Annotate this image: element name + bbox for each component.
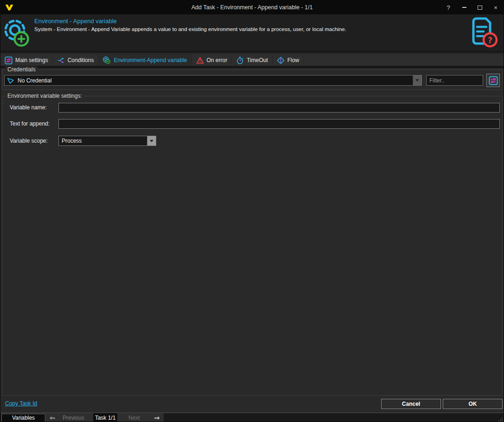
sliders-icon <box>489 76 498 85</box>
help-button[interactable]: ? <box>440 0 456 14</box>
close-icon: × <box>494 4 498 11</box>
gear-plus-task-icon <box>2 16 32 50</box>
resize-grip[interactable] <box>498 417 503 422</box>
credential-dropdown-button[interactable] <box>413 76 421 85</box>
tab-flow[interactable]: Flow <box>273 55 304 66</box>
credential-filter-input[interactable] <box>426 75 483 86</box>
status-bar: Variables ⇐ Previous Task 1/1 Next ⇒ <box>0 412 504 422</box>
gear-plus-icon <box>102 56 111 64</box>
variable-scope-value: Process <box>59 138 147 144</box>
title-bar: Add Task - Environment - Append variable… <box>0 0 504 14</box>
next-task-arrow-icon[interactable]: ⇒ <box>154 413 160 422</box>
task-counter: Task 1/1 <box>93 413 117 422</box>
text-for-append-label: Text for append: <box>10 120 50 127</box>
stopwatch-icon <box>236 57 244 64</box>
variable-name-label: Variable name: <box>10 104 47 111</box>
credential-select[interactable]: No Credential <box>4 75 422 86</box>
task-header: Environment - Append variable System - E… <box>0 14 504 53</box>
chevron-down-icon <box>415 79 419 82</box>
tab-label: On error <box>207 57 228 63</box>
help-document-icon[interactable]: ? <box>470 17 498 49</box>
tab-label: Flow <box>287 57 299 63</box>
variables-tab-button[interactable]: Variables <box>1 414 45 422</box>
text-for-append-input[interactable] <box>58 119 500 129</box>
branch-icon <box>57 57 65 64</box>
flow-diamond-icon <box>277 57 285 64</box>
credential-settings-button[interactable] <box>486 74 500 87</box>
previous-task-button[interactable]: Previous <box>63 413 84 422</box>
copy-task-id-link[interactable]: Copy Task Id <box>5 400 37 407</box>
selected-credential: No Credential <box>18 77 413 84</box>
close-button[interactable]: × <box>488 0 504 14</box>
tab-label: Conditions <box>68 57 94 63</box>
tab-on-error[interactable]: On error <box>192 55 232 66</box>
task-description: System - Environment - Append Variable a… <box>34 26 346 32</box>
warning-icon <box>196 57 204 64</box>
tab-label: Main settings <box>15 57 48 63</box>
tab-bar: Main settings Conditions Environment-App… <box>0 55 504 68</box>
minimize-icon <box>462 7 466 8</box>
tab-timeout[interactable]: TimeOut <box>232 55 273 66</box>
help-icon: ? <box>447 4 450 11</box>
tab-main-settings[interactable]: Main settings <box>0 55 53 66</box>
previous-task-arrow-icon[interactable]: ⇐ <box>50 413 56 422</box>
tab-label: TimeOut <box>247 57 268 63</box>
tab-label: Environment-Append variable <box>114 57 187 63</box>
tab-environment-append-variable[interactable]: Environment-Append variable <box>98 55 191 66</box>
svg-text:?: ? <box>488 35 492 45</box>
maximize-icon <box>478 6 482 10</box>
sliders-icon <box>5 57 13 64</box>
credentials-group-label: Credentials <box>6 66 38 73</box>
maximize-button[interactable] <box>472 0 488 14</box>
scope-dropdown-button[interactable] <box>147 136 156 145</box>
chevron-down-icon <box>150 140 153 142</box>
variable-scope-select[interactable]: Process <box>58 136 156 146</box>
add-task-dialog: Add Task - Environment - Append variable… <box>0 0 504 422</box>
window-title: Add Task - Environment - Append variable… <box>0 0 504 14</box>
next-task-button[interactable]: Next <box>128 413 140 422</box>
variable-scope-label: Variable scope: <box>10 138 48 144</box>
credential-tag-icon <box>6 76 15 85</box>
window-controls: ? × <box>440 0 504 14</box>
cancel-button[interactable]: Cancel <box>381 399 441 409</box>
ok-button[interactable]: OK <box>443 399 503 409</box>
task-type-title: Environment - Append variable <box>34 18 117 25</box>
variable-name-input[interactable] <box>58 103 500 113</box>
minimize-button[interactable] <box>456 0 472 14</box>
tab-conditions[interactable]: Conditions <box>53 55 99 66</box>
env-settings-group-label: Environment variable settings: <box>6 93 84 100</box>
